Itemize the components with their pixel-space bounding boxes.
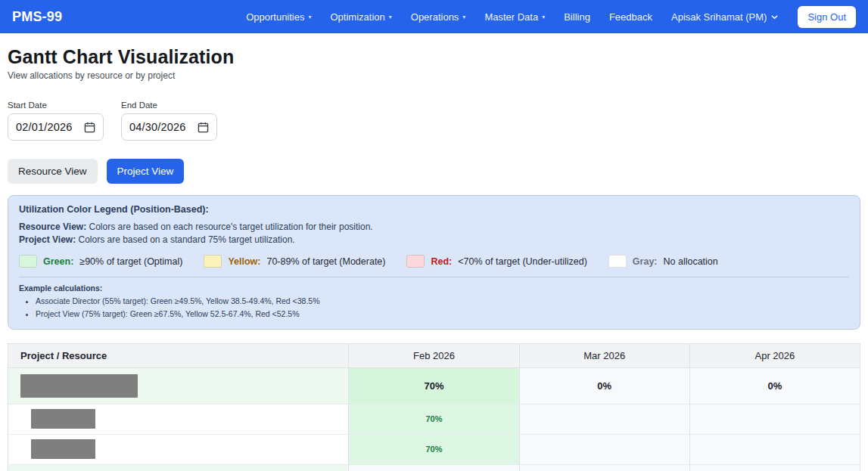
user-menu-label: Apisak Srihamat (PM) bbox=[671, 11, 767, 23]
column-header-month: Apr 2026 bbox=[689, 343, 860, 367]
legend-line: Resource View: Colors are based on each … bbox=[19, 221, 849, 233]
end-date-group: End Date 04/30/2026 bbox=[121, 101, 217, 141]
example-calculation: Project View (75% target): Green ≥67.5%,… bbox=[36, 308, 849, 320]
swatch-label: Yellow: bbox=[228, 256, 260, 267]
legend-title: Utilization Color Legend (Position-Based… bbox=[19, 204, 849, 215]
legend-swatch-row: Green: ≥90% of target (Optimal)Yellow: 7… bbox=[19, 255, 849, 268]
resource-view-button[interactable]: Resource View bbox=[8, 159, 98, 184]
swatch-text: No allocation bbox=[664, 256, 718, 267]
chevron-down-icon: ▾ bbox=[308, 14, 311, 20]
nav-item-optimization[interactable]: Optimization▾ bbox=[331, 11, 392, 23]
name-cell[interactable] bbox=[8, 404, 349, 434]
end-date-label: End Date bbox=[121, 101, 217, 110]
date-filters: Start Date 02/01/2026 End Date 04/30/202… bbox=[8, 101, 860, 141]
resource-row: 70% bbox=[8, 404, 860, 434]
example-calculation: Associate Director (55% target): Green ≥… bbox=[36, 296, 849, 307]
start-date-value: 02/01/2026 bbox=[16, 121, 84, 133]
swatch-label: Red: bbox=[431, 256, 452, 267]
nav-item-feedback[interactable]: Feedback bbox=[609, 11, 652, 23]
nav-item-operations[interactable]: Operations▾ bbox=[411, 11, 466, 23]
nav-item-label: Opportunities bbox=[246, 11, 304, 23]
calendar-icon[interactable] bbox=[84, 122, 95, 133]
legend-divider bbox=[19, 277, 849, 277]
sign-out-button[interactable]: Sign Out bbox=[798, 6, 856, 28]
nav-item-label: Billing bbox=[564, 11, 590, 23]
start-date-input[interactable]: 02/01/2026 bbox=[8, 113, 104, 141]
project-row: 0%0%0% bbox=[8, 464, 860, 471]
utilization-cell[interactable]: 0% bbox=[349, 464, 519, 471]
nav-item-master-data[interactable]: Master Data▾ bbox=[484, 11, 545, 23]
user-menu[interactable]: Apisak Srihamat (PM) bbox=[671, 11, 779, 23]
gantt-table: Project / ResourceFeb 2026Mar 2026Apr 20… bbox=[8, 343, 860, 471]
name-cell[interactable] bbox=[8, 367, 349, 404]
color-swatch-gray bbox=[608, 255, 627, 268]
chevron-down-icon bbox=[770, 13, 779, 21]
app-brand[interactable]: PMS-99 bbox=[12, 9, 62, 25]
swatch-label: Green: bbox=[43, 256, 73, 267]
nav-item-billing[interactable]: Billing bbox=[564, 11, 590, 23]
color-swatch-yellow bbox=[204, 255, 222, 268]
nav-item-label: Optimization bbox=[331, 11, 385, 23]
table-header-row: Project / ResourceFeb 2026Mar 2026Apr 20… bbox=[8, 343, 860, 367]
nav-item-opportunities[interactable]: Opportunities▾ bbox=[246, 11, 311, 23]
utilization-cell[interactable]: 70% bbox=[349, 404, 519, 434]
nav-item-label: Master Data bbox=[484, 11, 538, 23]
redacted-name bbox=[20, 374, 138, 398]
view-toggle: Resource View Project View bbox=[8, 159, 860, 184]
redacted-name bbox=[31, 409, 95, 429]
utilization-cell[interactable]: 0% bbox=[689, 464, 860, 471]
legend-swatch-red: Red: <70% of target (Under-utilized) bbox=[406, 255, 586, 268]
name-cell[interactable] bbox=[8, 434, 349, 464]
start-date-group: Start Date 02/01/2026 bbox=[8, 101, 104, 141]
page-title: Gantt Chart Visualization bbox=[8, 46, 860, 68]
resource-row: 70% bbox=[8, 434, 860, 464]
page-content: Gantt Chart Visualization View allocatio… bbox=[0, 46, 868, 471]
examples-title: Example calculations: bbox=[19, 284, 849, 293]
swatch-text: 70-89% of target (Moderate) bbox=[266, 256, 385, 267]
project-view-button[interactable]: Project View bbox=[107, 159, 185, 184]
utilization-cell[interactable]: 0% bbox=[519, 367, 689, 404]
chevron-down-icon: ▾ bbox=[542, 14, 545, 20]
utilization-cell[interactable] bbox=[689, 434, 860, 464]
utilization-cell[interactable]: 0% bbox=[689, 367, 860, 404]
utilization-cell[interactable] bbox=[689, 404, 860, 434]
legend-swatch-green: Green: ≥90% of target (Optimal) bbox=[19, 255, 182, 268]
swatch-text: <70% of target (Under-utilized) bbox=[458, 256, 587, 267]
legend-line: Project View: Colors are based on a stan… bbox=[19, 234, 849, 246]
end-date-value: 04/30/2026 bbox=[129, 121, 198, 133]
nav-item-label: Operations bbox=[411, 11, 459, 23]
legend-swatch-gray: Gray: No allocation bbox=[608, 255, 718, 268]
nav-item-label: Feedback bbox=[609, 11, 652, 23]
end-date-input[interactable]: 04/30/2026 bbox=[121, 113, 217, 141]
nav-menu: Opportunities▾Optimization▾Operations▾Ma… bbox=[246, 6, 856, 28]
page-subtitle: View allocations by resource or by proje… bbox=[8, 70, 860, 81]
legend-lines: Resource View: Colors are based on each … bbox=[19, 221, 849, 246]
utilization-cell[interactable]: 70% bbox=[349, 434, 519, 464]
utilization-legend: Utilization Color Legend (Position-Based… bbox=[8, 195, 860, 330]
chevron-down-icon: ▾ bbox=[389, 14, 392, 20]
utilization-cell[interactable] bbox=[519, 404, 689, 434]
column-header-project-resource: Project / Resource bbox=[8, 343, 349, 367]
calendar-icon[interactable] bbox=[198, 122, 209, 133]
project-row: 70%0%0% bbox=[8, 367, 860, 404]
name-cell[interactable] bbox=[8, 464, 349, 471]
chevron-down-icon: ▾ bbox=[462, 14, 465, 20]
column-header-month: Feb 2026 bbox=[349, 343, 519, 367]
legend-swatch-yellow: Yellow: 70-89% of target (Moderate) bbox=[204, 255, 385, 268]
swatch-text: ≥90% of target (Optimal) bbox=[79, 256, 182, 267]
top-navbar: PMS-99 Opportunities▾Optimization▾Operat… bbox=[0, 0, 868, 33]
swatch-label: Gray: bbox=[633, 256, 658, 267]
utilization-cell[interactable]: 0% bbox=[519, 464, 689, 471]
example-calculations-list: Associate Director (55% target): Green ≥… bbox=[36, 296, 849, 319]
utilization-cell[interactable]: 70% bbox=[349, 367, 519, 404]
redacted-name bbox=[31, 439, 95, 459]
column-header-month: Mar 2026 bbox=[519, 343, 689, 367]
start-date-label: Start Date bbox=[8, 101, 104, 110]
utilization-cell[interactable] bbox=[519, 434, 689, 464]
color-swatch-green bbox=[19, 255, 37, 268]
color-swatch-red bbox=[406, 255, 425, 268]
